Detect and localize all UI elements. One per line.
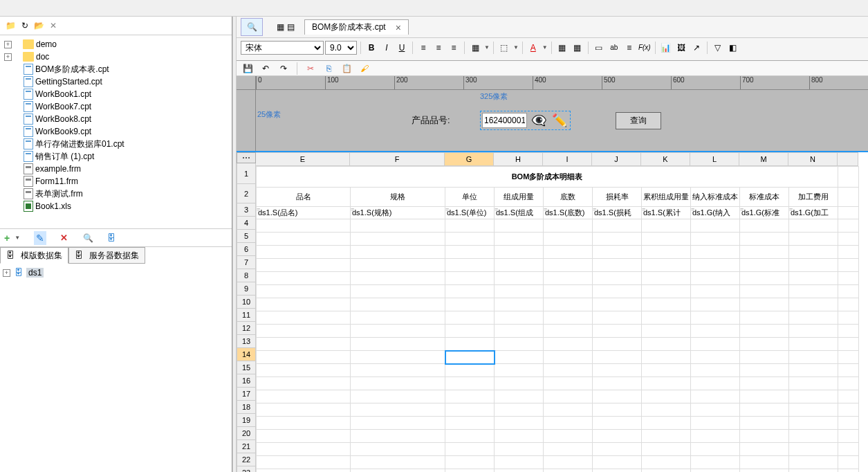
cell[interactable] <box>351 390 445 403</box>
cell[interactable] <box>544 311 593 325</box>
cell[interactable] <box>593 285 642 298</box>
cell[interactable] <box>789 377 838 390</box>
cell[interactable] <box>351 430 445 443</box>
tree-file[interactable]: WorkBook8.cpt <box>1 113 230 125</box>
cell-style-icon[interactable]: ▦ <box>555 41 569 55</box>
cell[interactable] <box>257 259 351 272</box>
format-icon[interactable]: ▭ <box>592 41 606 55</box>
cell[interactable] <box>593 377 642 390</box>
cell[interactable] <box>642 417 691 430</box>
cell[interactable] <box>740 443 789 456</box>
tab-template-dataset[interactable]: 🗄 模版数据集 <box>0 247 68 264</box>
row-header[interactable]: 15 <box>237 361 256 374</box>
cell[interactable] <box>495 233 544 246</box>
cell[interactable] <box>544 377 593 390</box>
row-header[interactable]: 9 <box>237 282 256 296</box>
cell[interactable] <box>789 403 838 417</box>
align-left-icon[interactable]: ≡ <box>416 41 430 55</box>
cell[interactable] <box>495 390 544 403</box>
cell[interactable] <box>691 456 740 469</box>
sheet-icon[interactable]: ▤ <box>287 22 295 32</box>
data-cell[interactable]: =ds1.S(累计 <box>642 207 691 219</box>
cell[interactable] <box>544 246 593 259</box>
undo-icon[interactable]: ↶ <box>259 62 273 75</box>
cell[interactable] <box>642 246 691 259</box>
column-header-cell[interactable]: 累积组成用量 <box>642 188 691 207</box>
paste-icon[interactable]: 📋 <box>340 62 353 75</box>
cell[interactable] <box>544 390 593 403</box>
cell[interactable] <box>740 430 789 443</box>
cell[interactable] <box>351 364 445 377</box>
cell[interactable] <box>642 456 691 469</box>
cell[interactable] <box>789 311 838 325</box>
cell[interactable] <box>495 430 544 443</box>
cell[interactable] <box>691 285 740 298</box>
bold-icon[interactable]: B <box>364 41 378 55</box>
cell[interactable] <box>445 219 495 233</box>
column-header-cell[interactable]: 标准成本 <box>740 188 789 207</box>
cell[interactable] <box>642 338 691 351</box>
data-cell[interactable]: =ds1.G(加工 <box>789 207 838 219</box>
product-id-input[interactable] <box>482 113 527 128</box>
cell[interactable] <box>544 364 593 377</box>
cell[interactable] <box>789 325 838 338</box>
copy-icon[interactable]: ⎘ <box>322 62 335 75</box>
cell[interactable] <box>593 403 642 417</box>
tree-file[interactable]: BOM多阶成本表.cpt <box>1 63 230 75</box>
chart-icon[interactable]: 📊 <box>659 41 673 55</box>
cell[interactable] <box>544 338 593 351</box>
cell[interactable] <box>789 351 838 364</box>
column-header-cell[interactable]: 组成用量 <box>495 188 544 207</box>
cell[interactable] <box>740 325 789 338</box>
cell[interactable] <box>351 272 445 285</box>
filter-icon[interactable]: ▽ <box>711 41 725 55</box>
row-header[interactable]: 5 <box>237 230 256 243</box>
row-header[interactable]: 3 <box>237 203 256 217</box>
cell[interactable] <box>495 456 544 469</box>
cell[interactable] <box>691 311 740 325</box>
cell[interactable] <box>351 259 445 272</box>
cell-style2-icon[interactable]: ▦ <box>571 41 584 55</box>
cell[interactable] <box>691 377 740 390</box>
cell[interactable] <box>445 338 495 351</box>
tree-folder-demo[interactable]: + demo <box>1 38 230 51</box>
cell[interactable] <box>544 259 593 272</box>
cell[interactable] <box>351 443 445 456</box>
tree-file[interactable]: example.frm <box>1 163 230 175</box>
cell[interactable] <box>740 456 789 469</box>
cell[interactable] <box>351 246 445 259</box>
cell[interactable] <box>740 351 789 364</box>
cell[interactable] <box>740 298 789 311</box>
cell[interactable] <box>691 403 740 417</box>
cell[interactable] <box>740 403 789 417</box>
column-header-cell[interactable]: 底数 <box>544 188 593 207</box>
cell[interactable] <box>495 351 544 364</box>
cell[interactable] <box>789 469 838 473</box>
eye-off-icon[interactable]: 👁‍🗨 <box>530 113 548 128</box>
delete-dataset-icon[interactable]: ✕ <box>60 233 68 243</box>
cell[interactable] <box>351 338 445 351</box>
row-header[interactable]: 22 <box>237 453 256 466</box>
cell[interactable] <box>740 311 789 325</box>
cell[interactable] <box>544 417 593 430</box>
align-icon[interactable]: ≡ <box>622 41 636 55</box>
cell[interactable] <box>351 219 445 233</box>
cell[interactable] <box>740 233 789 246</box>
cell[interactable] <box>445 443 495 456</box>
cell[interactable] <box>257 233 351 246</box>
cell[interactable] <box>544 351 593 364</box>
cell[interactable] <box>593 364 642 377</box>
cell[interactable] <box>593 272 642 285</box>
cell[interactable] <box>593 351 642 364</box>
cell[interactable] <box>445 272 495 285</box>
cell[interactable] <box>691 246 740 259</box>
cell[interactable] <box>740 285 789 298</box>
cell[interactable] <box>691 325 740 338</box>
tree-file[interactable]: WorkBook1.cpt <box>1 88 230 100</box>
cut-icon[interactable]: ✂ <box>304 62 317 75</box>
cell[interactable] <box>495 443 544 456</box>
border-icon[interactable]: ▦ <box>468 41 482 55</box>
cell[interactable] <box>740 338 789 351</box>
font-name-select[interactable]: 宋体 <box>241 41 324 55</box>
cell[interactable] <box>691 338 740 351</box>
